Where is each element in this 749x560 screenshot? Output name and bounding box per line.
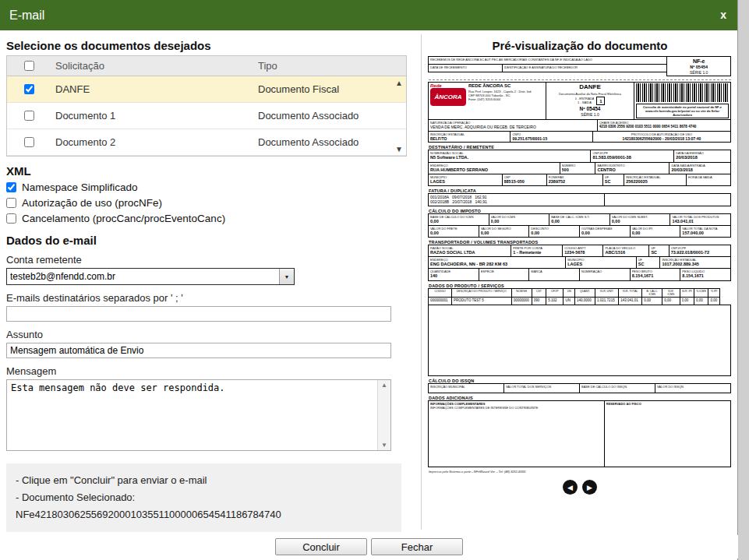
field-cell: CEP88515-050: [502, 174, 547, 186]
info-complementares-text: INFORMAÇÕES COMPLEMENTARES DE INTERESSE …: [430, 406, 602, 410]
field-cell: INSCRIÇÃO ESTADUAL256220035: [624, 174, 687, 186]
row-type: Documento Associado: [253, 136, 406, 148]
namespace-checkbox[interactable]: [6, 182, 16, 192]
sender-label: Conta remetente: [6, 254, 407, 266]
danfe-preview: RECEBEMOS DE REDE ANCORA SC AUT PEC AS M…: [429, 57, 731, 474]
row-checkbox[interactable]: [24, 84, 34, 94]
cnpj-value: 09.251.675/0001-15: [512, 136, 590, 142]
scroll-up-icon[interactable]: ▲: [381, 382, 387, 389]
field-cell: INSCRIÇÃO MUNICIPAL: [428, 383, 504, 393]
cancelamento-checkbox[interactable]: [6, 213, 16, 224]
transporte-row-2: ENDEREÇOENG DACHOEIRA, NN - BR 282 KM 63…: [429, 257, 731, 269]
message-scrollbar[interactable]: ▲ ▼: [377, 380, 390, 450]
row-name: DANFE: [51, 83, 253, 95]
field-cell: PESO BRUTO8.154,1671: [630, 268, 681, 280]
table-row[interactable]: DANFE Documento Fiscal: [7, 76, 406, 103]
transporte-row-1: RAZÃO SOCIALRAZAO SOCIAL LTDAFRETE POR C…: [429, 245, 731, 257]
field-cell: PLACA DO VEÍCULOABC/1516: [602, 245, 649, 257]
receipt-text: RECEBEMOS DE REDE ANCORA SC AUT PEC AS M…: [430, 58, 665, 62]
fechar-button[interactable]: Fechar: [371, 538, 463, 555]
row-type: Documento Associado: [253, 110, 406, 122]
field-cell: MARCA: [528, 268, 580, 280]
destinatario-row-1: NOME/RAZÃO SOCIALN5 Software LTDA.CNPJ/C…: [429, 150, 731, 162]
consulta-box: Consulta de autenticidade no portal naci…: [636, 104, 729, 118]
field-cell: CNPJ/CPF81.583.059/0001-38: [590, 150, 674, 162]
recipients-label: E-mails destinatários separados por ' ; …: [6, 292, 407, 304]
field-cell: VALOR TOTAL DOS SERVIÇOS: [503, 383, 580, 393]
field-cell: VALOR TOTAL DA NOTA157.040,00: [680, 225, 731, 238]
recipients-input[interactable]: [6, 306, 391, 322]
produtos-empty-body: [429, 305, 731, 376]
scroll-down-icon[interactable]: ▼: [381, 442, 387, 449]
emitente-nome: REDE ÂNCORA SC: [468, 83, 532, 90]
column-solicitacao: Solicitação: [51, 60, 253, 72]
danfe-serie: SÉRIE 1.0: [548, 112, 632, 117]
field-cell: NUMERAÇÃO: [579, 268, 631, 280]
row-name: Documento 1: [51, 110, 253, 122]
canhoto-serie: SÉRIE 1.0: [669, 70, 729, 75]
next-page-icon[interactable]: ▶: [582, 480, 597, 495]
dialog-titlebar: E-mail x: [0, 0, 737, 30]
imposto-row-2: VALOR DO FRETE0,00VALOR DO SEGURO0,00DES…: [429, 226, 731, 238]
info-line-1: - Clique em "Concluir" para enviar o e-m…: [16, 472, 392, 489]
field-cell: VALOR DO ISSQN: [655, 383, 731, 393]
field-cell: MUNICÍPIOLAGES: [565, 256, 637, 269]
close-icon[interactable]: x: [720, 0, 726, 30]
subject-input[interactable]: [6, 343, 391, 358]
receipt-sign-label: IDENTIFICAÇÃO E ASSINATURA DO RECEBEDOR: [504, 65, 666, 69]
column-tipo: Tipo: [253, 60, 406, 72]
consulta-text: Consulta de autenticidade no portal naci…: [638, 105, 727, 117]
message-textarea[interactable]: Esta mensagem não deve ser respondida.: [7, 380, 377, 450]
xml-option-label: Namespace Simplificado: [22, 181, 138, 193]
field-cell: UFSC: [636, 256, 661, 269]
field-cell: OUTRAS DESPESAS0,00: [579, 225, 631, 238]
canhoto-nfe: NF-e: [669, 58, 729, 65]
danfe-numero: Nº 05454: [548, 106, 632, 112]
left-panel: Selecione os documentos desejados Solici…: [6, 34, 407, 532]
reservado-fisco-label: RESERVADO AO FISCO: [606, 402, 730, 406]
documents-table-body: DANFE Documento Fiscal Documento 1 Docum…: [7, 76, 406, 156]
row-checkbox[interactable]: [24, 111, 34, 121]
table-row[interactable]: Documento 2 Documento Associado: [7, 129, 406, 156]
field-cell: CNPJ/CPF73.922.018/0001-72: [669, 245, 731, 257]
chave-value: 4218 0306 2556 9200 0103 5511 0000 0654 …: [599, 125, 729, 129]
scroll-up-icon[interactable]: ▲: [395, 79, 403, 87]
scroll-down-icon[interactable]: ▼: [395, 145, 403, 153]
field-cell: DATA DA EMISSÃO20/03/2018: [673, 150, 731, 162]
saida-label: 1 - SAÍDA: [575, 100, 595, 104]
ancora-logo: Rede ÂNCORA: [430, 83, 466, 106]
select-all-checkbox[interactable]: [24, 61, 34, 71]
email-dialog: E-mail x Selecione os documentos desejad…: [0, 0, 738, 560]
chevron-down-icon[interactable]: ▼: [279, 269, 294, 284]
danfe-subtitle: Documento Auxiliar da Nota Fiscal Eletrô…: [548, 92, 632, 96]
field-cell: NOME/RAZÃO SOCIALN5 Software LTDA.: [428, 150, 591, 162]
table-row[interactable]: Documento 1 Documento Associado: [7, 103, 406, 129]
field-cell: VALOR DO IPI0,00: [630, 225, 681, 238]
xml-option-namespace: Namespace Simplificado: [6, 181, 407, 193]
field-cell: ENDEREÇOENG DACHOEIRA, NN - BR 282 KM 63: [428, 256, 566, 269]
field-cell: FRETE POR CONTA1 - Remetente: [511, 245, 563, 257]
field-cell: PESO LÍQUIDO8.154,1671: [680, 268, 731, 280]
sender-select[interactable]: testeb2b@nfendd.com.br ▼: [6, 268, 295, 285]
footer-bar: Concluir Fechar: [0, 535, 738, 558]
dialog-title: E-mail: [9, 9, 44, 22]
field-cell: VALOR DO ICMS0,00: [489, 213, 550, 226]
table-scrollbar[interactable]: ▲ ▼: [393, 76, 405, 156]
concluir-button[interactable]: Concluir: [275, 538, 367, 555]
row-checkbox[interactable]: [24, 137, 34, 147]
ie-value: BELF/TO: [430, 136, 508, 142]
documents-table: Solicitação Tipo DANFE Documento Fiscal …: [6, 55, 407, 157]
natureza-value: VENDA DE MERC. ADQUIRIDA OU RECEB. DE TE…: [430, 125, 595, 130]
prev-page-icon[interactable]: ◀: [563, 480, 578, 495]
subject-label: Assunto: [6, 329, 407, 340]
sender-value: testeb2b@nfendd.com.br: [10, 271, 115, 282]
autorizacao-checkbox[interactable]: [6, 198, 16, 208]
email-heading: Dados do e-mail: [6, 234, 407, 247]
xml-option-label: Autorização de uso (procNFe): [22, 197, 162, 209]
destinatario-row-2: ENDEREÇORUA HUMBERTO SERRANONÚMERO500BAI…: [429, 163, 731, 174]
field-cell: BASE DE CÁLC. ICMS S.T.0,00: [549, 213, 610, 226]
cut-line: [429, 79, 731, 80]
receipt-date-label: DATA DE RECEBIMENTO: [430, 65, 500, 69]
danfe-title: DANFE: [548, 83, 632, 91]
doc-footer-text: Impresso pelo Sistema a partir - NFeWiza…: [429, 470, 731, 474]
